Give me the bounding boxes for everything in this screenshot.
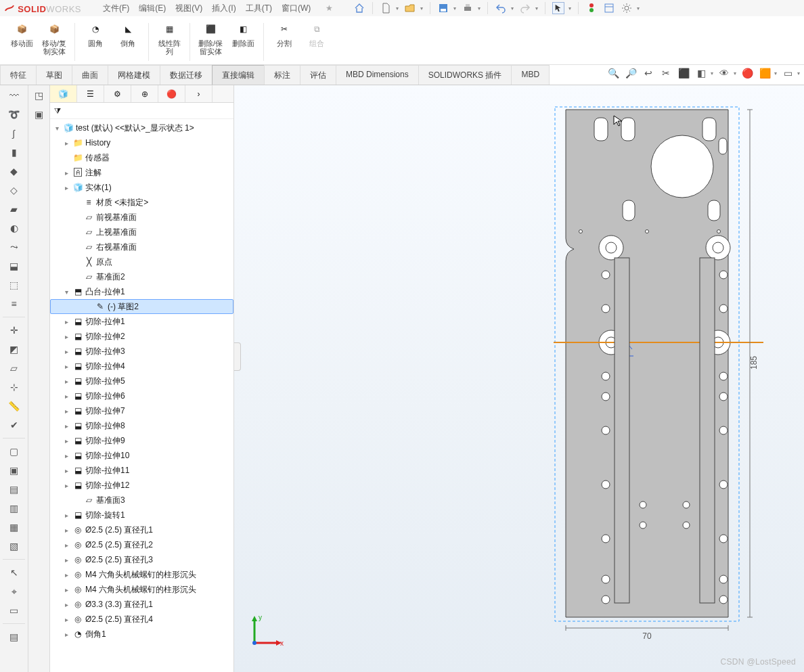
- tree-item-31[interactable]: ▸◎Ø3.3 (3.3) 直径孔1: [50, 597, 233, 612]
- panel-splitter[interactable]: [234, 342, 241, 371]
- gear-icon[interactable]: [621, 2, 633, 14]
- tab-5[interactable]: 直接编辑: [212, 65, 265, 85]
- tree-item-24[interactable]: ▱基准面3: [50, 493, 233, 508]
- expand-icon[interactable]: ▸: [62, 631, 70, 638]
- tree-item-19[interactable]: ▸⬓切除-拉伸8: [50, 418, 233, 433]
- tool-sweep-icon[interactable]: ⤳: [7, 240, 22, 254]
- section-view-icon[interactable]: ✂: [659, 66, 673, 80]
- tree-item-7[interactable]: ▱右视基准面: [50, 240, 233, 254]
- select-icon[interactable]: [552, 2, 564, 14]
- mini1-icon[interactable]: ◳: [32, 88, 47, 103]
- tree-item-17[interactable]: ▸⬓切除-拉伸6: [50, 388, 233, 403]
- tool-spline-icon[interactable]: ∫: [7, 126, 22, 141]
- expand-icon[interactable]: ▸: [62, 393, 70, 400]
- expand-icon[interactable]: ▸: [62, 333, 70, 340]
- tab-2[interactable]: 曲面: [72, 65, 108, 85]
- tree-item-28[interactable]: ▸◎Ø2.5 (2.5) 直径孔3: [50, 552, 233, 567]
- tool-solid-icon[interactable]: ▰: [7, 202, 22, 217]
- tool-sheet-icon[interactable]: ◇: [7, 183, 22, 198]
- tool-grid-icon[interactable]: ▭: [7, 603, 22, 618]
- btn-delete-keep-body[interactable]: ⬛删除/保留实体: [196, 19, 225, 57]
- tree-item-8[interactable]: ╳原点: [50, 254, 233, 269]
- ptab-dimxpert[interactable]: ⊕: [131, 85, 158, 102]
- btn-move-face[interactable]: 📦移动面: [7, 19, 37, 49]
- tree-item-30[interactable]: ▸◎M4 六角头机械螺钉的柱形沉头: [50, 582, 233, 597]
- viewport-icon[interactable]: ▭: [781, 66, 795, 80]
- options-icon[interactable]: [603, 2, 615, 14]
- menu-edit[interactable]: 编辑(E): [139, 3, 166, 14]
- graphics-viewport[interactable]: 70 185 y x CSDN @LostSpeed: [234, 85, 804, 672]
- ptab-propertymanager[interactable]: ☰: [77, 85, 104, 102]
- tab-7[interactable]: 评估: [300, 65, 336, 85]
- ptab-display[interactable]: 🔴: [158, 85, 185, 102]
- tool-d-icon[interactable]: ▥: [7, 501, 22, 516]
- tree-item-25[interactable]: ▸⬓切除-旋转1: [50, 508, 233, 522]
- tree-item-13[interactable]: ▸⬓切除-拉伸2: [50, 329, 233, 344]
- tool-curve-icon[interactable]: ➰: [7, 107, 22, 122]
- tool-loft-icon[interactable]: ⬓: [7, 259, 22, 273]
- expand-icon[interactable]: ▸: [62, 527, 70, 534]
- menu-insert[interactable]: 插入(I): [212, 3, 236, 14]
- view-triad[interactable]: y x: [246, 610, 287, 653]
- tool-face-icon[interactable]: ▮: [7, 145, 22, 160]
- expand-icon[interactable]: ▸: [62, 363, 70, 370]
- expand-icon[interactable]: ▸: [62, 378, 70, 385]
- print-icon[interactable]: [462, 2, 474, 14]
- tree-item-27[interactable]: ▸◎Ø2.5 (2.5) 直径孔2: [50, 537, 233, 552]
- home-icon[interactable]: [353, 2, 365, 14]
- zoom-fit-icon[interactable]: 🔍: [606, 66, 620, 80]
- tab-1[interactable]: 草图: [36, 65, 72, 85]
- traffic-icon[interactable]: [585, 2, 598, 14]
- btn-split[interactable]: ✂分割: [269, 19, 299, 49]
- tool-revolve-icon[interactable]: ◐: [7, 221, 22, 236]
- expand-icon[interactable]: ▸: [62, 348, 70, 355]
- appearance-icon[interactable]: 🔴: [740, 66, 754, 80]
- tab-9[interactable]: SOLIDWORKS 插件: [418, 65, 512, 85]
- tree-item-4[interactable]: ≡材质 <未指定>: [50, 195, 233, 210]
- expand-icon[interactable]: ▸: [62, 571, 70, 579]
- expand-icon[interactable]: ▸: [62, 422, 70, 430]
- tree-item-2[interactable]: ▸🄰注解: [50, 165, 233, 180]
- tree-item-1[interactable]: 📁传感器: [50, 150, 233, 165]
- tree-item-3[interactable]: ▸🧊实体(1): [50, 180, 233, 195]
- expand-icon[interactable]: ▸: [62, 318, 70, 326]
- btn-chamfer[interactable]: ◣倒角: [113, 19, 143, 49]
- tree-item-9[interactable]: ▱基准面2: [50, 269, 233, 284]
- mini2-icon[interactable]: ▣: [32, 107, 47, 122]
- tool-e-icon[interactable]: ▦: [7, 520, 22, 535]
- tree-item-18[interactable]: ▸⬓切除-拉伸7: [50, 403, 233, 418]
- tree-item-23[interactable]: ▸⬓切除-拉伸12: [50, 478, 233, 493]
- expand-icon[interactable]: ▸: [62, 452, 70, 460]
- orient-view-icon[interactable]: ⬛: [677, 66, 690, 80]
- tool-snap-icon[interactable]: ⌖: [7, 584, 22, 599]
- tab-3[interactable]: 网格建模: [108, 65, 160, 85]
- expand-icon[interactable]: ▸: [62, 482, 70, 489]
- expand-icon[interactable]: ▸: [62, 512, 70, 519]
- prev-view-icon[interactable]: ↩: [642, 66, 655, 80]
- btn-linear-pattern[interactable]: ▦线性阵列: [154, 19, 184, 57]
- tree-item-26[interactable]: ▸◎Ø2.5 (2.5) 直径孔1: [50, 522, 233, 537]
- expand-icon[interactable]: ▸: [62, 556, 70, 564]
- tree-item-12[interactable]: ▸⬓切除-拉伸1: [50, 314, 233, 329]
- tool-ref-icon[interactable]: ◩: [7, 342, 22, 357]
- tool-f-icon[interactable]: ▧: [7, 539, 22, 554]
- tab-6[interactable]: 标注: [264, 65, 300, 85]
- tool-a-icon[interactable]: ▢: [7, 444, 22, 459]
- tool-shell-icon[interactable]: ⬚: [7, 277, 22, 292]
- expand-icon[interactable]: ▸: [62, 616, 70, 623]
- tree-item-11[interactable]: ✎(-) 草图2: [50, 299, 233, 314]
- tool-coord-icon[interactable]: ⊹: [7, 380, 22, 395]
- tool-b-icon[interactable]: ▣: [7, 463, 22, 478]
- redo-icon[interactable]: [519, 2, 531, 14]
- tab-10[interactable]: MBD: [511, 65, 550, 85]
- menu-window[interactable]: 窗口(W): [282, 3, 311, 14]
- ptab-more[interactable]: ›: [185, 85, 213, 102]
- save-icon[interactable]: [437, 2, 449, 14]
- expand-icon[interactable]: ▸: [62, 437, 70, 445]
- tool-measure-icon[interactable]: 📏: [7, 399, 22, 413]
- tree-item-16[interactable]: ▸⬓切除-拉伸5: [50, 374, 233, 388]
- display-style-icon[interactable]: ◧: [694, 66, 708, 80]
- tool-c-icon[interactable]: ▤: [7, 482, 22, 497]
- menu-file[interactable]: 文件(F): [103, 3, 129, 14]
- hide-show-icon[interactable]: 👁: [717, 66, 731, 80]
